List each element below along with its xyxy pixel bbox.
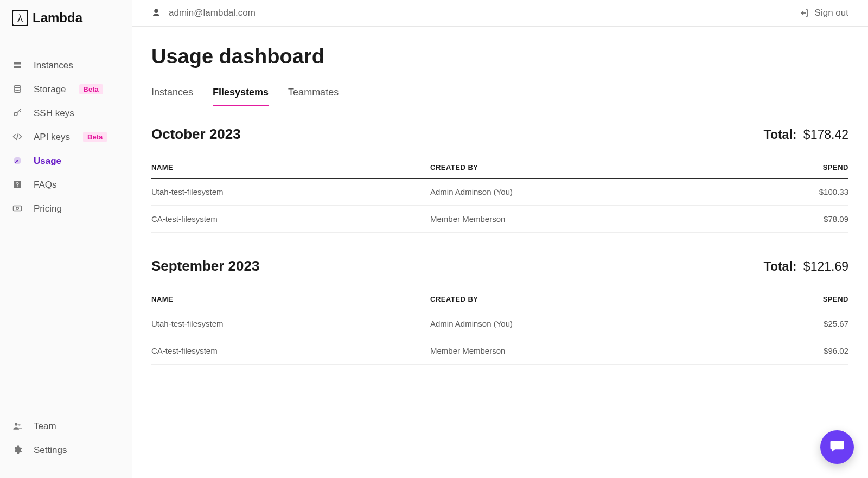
current-user[interactable]: admin@lambdal.com bbox=[151, 8, 256, 18]
svg-point-5 bbox=[17, 160, 18, 162]
sidebar-nav: InstancesStorageBetaSSH keysAPI keysBeta… bbox=[0, 53, 132, 220]
table-row: Utah-test-filesystemAdmin Adminson (You)… bbox=[151, 179, 848, 206]
cell-spend: $100.33 bbox=[723, 179, 848, 206]
usage-period: October 2023Total: $178.42NAMECREATED BY… bbox=[151, 126, 848, 233]
sidebar-item-label: API keys bbox=[34, 132, 70, 142]
usage-periods: October 2023Total: $178.42NAMECREATED BY… bbox=[151, 126, 848, 365]
page-content: Usage dashboard InstancesFilesystemsTeam… bbox=[132, 27, 868, 411]
help-icon: ? bbox=[12, 179, 23, 190]
col-created_by: CREATED BY bbox=[430, 289, 723, 310]
cell-spend: $78.09 bbox=[723, 206, 848, 233]
brand-logo[interactable]: λ Lambda bbox=[0, 0, 132, 31]
svg-rect-8 bbox=[14, 206, 22, 211]
col-created_by: CREATED BY bbox=[430, 157, 723, 179]
sidebar-item-pricing[interactable]: Pricing bbox=[0, 196, 132, 220]
col-name: NAME bbox=[151, 157, 430, 179]
cell-created-by: Admin Adminson (You) bbox=[430, 310, 723, 337]
sidebar-item-label: Storage bbox=[34, 85, 66, 94]
tab-filesystems[interactable]: Filesystems bbox=[213, 87, 269, 106]
sidebar-item-team[interactable]: Team bbox=[0, 414, 132, 438]
sidebar-item-label: SSH keys bbox=[34, 109, 74, 118]
beta-badge: Beta bbox=[83, 132, 107, 142]
sidebar-item-sshkeys[interactable]: SSH keys bbox=[0, 101, 132, 125]
col-spend: SPEND bbox=[723, 289, 848, 310]
beta-badge: Beta bbox=[79, 84, 103, 94]
cell-spend: $25.67 bbox=[723, 310, 848, 337]
period-title: October 2023 bbox=[151, 126, 241, 143]
page-title: Usage dashboard bbox=[151, 45, 848, 68]
cell-name: Utah-test-filesystem bbox=[151, 179, 430, 206]
sidebar-item-label: Settings bbox=[34, 445, 67, 455]
period-title: September 2023 bbox=[151, 258, 259, 275]
sidebar-item-storage[interactable]: StorageBeta bbox=[0, 77, 132, 101]
period-total: Total: $178.42 bbox=[764, 128, 848, 142]
svg-rect-0 bbox=[14, 62, 21, 65]
tab-teammates[interactable]: Teammates bbox=[288, 87, 339, 106]
period-total-label: Total: bbox=[764, 128, 797, 142]
svg-point-3 bbox=[14, 112, 17, 116]
period-total-label: Total: bbox=[764, 259, 797, 273]
sidebar-nav-bottom: TeamSettings bbox=[0, 414, 132, 462]
table-row: Utah-test-filesystemAdmin Adminson (You)… bbox=[151, 310, 848, 337]
cell-name: Utah-test-filesystem bbox=[151, 310, 430, 337]
disk-icon bbox=[12, 84, 23, 94]
server-icon bbox=[12, 60, 23, 71]
gear-icon bbox=[12, 444, 23, 455]
usage-table: NAMECREATED BYSPENDUtah-test-filesystemA… bbox=[151, 289, 848, 365]
signout-label: Sign out bbox=[815, 8, 848, 18]
code-icon bbox=[12, 131, 23, 142]
cell-spend: $96.02 bbox=[723, 337, 848, 365]
money-icon bbox=[12, 203, 23, 214]
sidebar: λ Lambda InstancesStorageBetaSSH keysAPI… bbox=[0, 0, 132, 478]
sidebar-item-label: Pricing bbox=[34, 204, 62, 213]
period-total-value: $121.69 bbox=[800, 259, 848, 273]
sidebar-item-faqs[interactable]: ?FAQs bbox=[0, 173, 132, 196]
usage-period: September 2023Total: $121.69NAMECREATED … bbox=[151, 258, 848, 365]
user-email: admin@lambdal.com bbox=[169, 8, 256, 18]
period-total: Total: $121.69 bbox=[764, 259, 848, 274]
sidebar-item-label: FAQs bbox=[34, 180, 57, 189]
svg-point-2 bbox=[14, 85, 21, 88]
signout-icon bbox=[800, 8, 809, 18]
cell-created-by: Admin Adminson (You) bbox=[430, 179, 723, 206]
col-name: NAME bbox=[151, 289, 430, 310]
lambda-logo-icon: λ bbox=[12, 10, 28, 26]
sidebar-item-settings[interactable]: Settings bbox=[0, 438, 132, 462]
key-icon bbox=[12, 107, 23, 118]
period-header: October 2023Total: $178.42 bbox=[151, 126, 848, 143]
cell-created-by: Member Memberson bbox=[430, 206, 723, 233]
svg-rect-1 bbox=[14, 66, 21, 69]
svg-text:?: ? bbox=[16, 181, 19, 188]
team-icon bbox=[12, 420, 23, 431]
tab-instances[interactable]: Instances bbox=[151, 87, 193, 106]
user-icon bbox=[151, 8, 161, 18]
svg-point-10 bbox=[15, 423, 17, 425]
topbar: admin@lambdal.com Sign out bbox=[132, 0, 868, 27]
cell-created-by: Member Memberson bbox=[430, 337, 723, 365]
svg-point-9 bbox=[16, 207, 19, 210]
sidebar-item-instances[interactable]: Instances bbox=[0, 53, 132, 77]
chat-launcher-button[interactable] bbox=[820, 430, 854, 464]
usage-table: NAMECREATED BYSPENDUtah-test-filesystemA… bbox=[151, 157, 848, 233]
period-total-value: $178.42 bbox=[800, 128, 848, 142]
period-header: September 2023Total: $121.69 bbox=[151, 258, 848, 275]
sidebar-item-apikeys[interactable]: API keysBeta bbox=[0, 125, 132, 149]
col-spend: SPEND bbox=[723, 157, 848, 179]
signout-button[interactable]: Sign out bbox=[800, 8, 848, 18]
table-row: CA-test-filesystemMember Memberson$78.09 bbox=[151, 206, 848, 233]
chat-icon bbox=[829, 438, 845, 456]
sidebar-item-usage[interactable]: Usage bbox=[0, 149, 132, 173]
main-area: admin@lambdal.com Sign out Usage dashboa… bbox=[132, 0, 868, 478]
gauge-icon bbox=[12, 155, 23, 166]
tabs: InstancesFilesystemsTeammates bbox=[151, 87, 848, 106]
table-row: CA-test-filesystemMember Memberson$96.02 bbox=[151, 337, 848, 365]
cell-name: CA-test-filesystem bbox=[151, 337, 430, 365]
sidebar-item-label: Instances bbox=[34, 61, 73, 70]
svg-point-11 bbox=[18, 424, 21, 426]
sidebar-item-label: Usage bbox=[34, 156, 61, 165]
brand-name: Lambda bbox=[33, 10, 82, 26]
cell-name: CA-test-filesystem bbox=[151, 206, 430, 233]
sidebar-item-label: Team bbox=[34, 422, 56, 431]
